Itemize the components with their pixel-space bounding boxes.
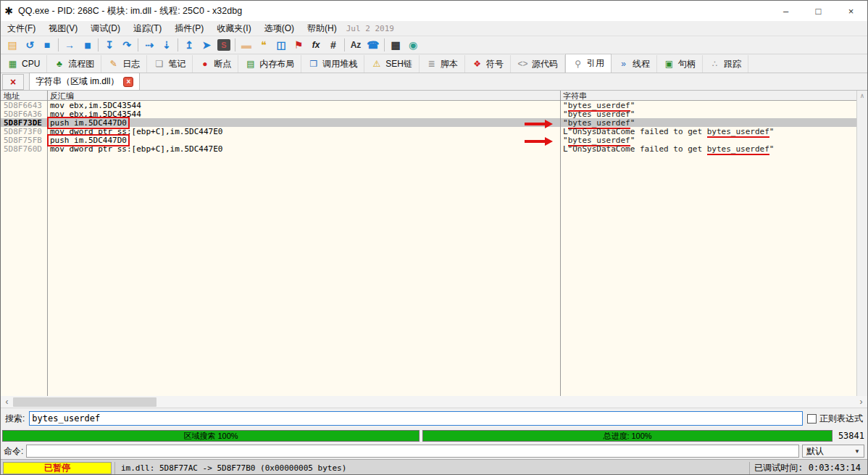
table-row[interactable]: 5D8F6A36 mov ebx,im.5DC43544 "bytes_user…: [1, 110, 867, 118]
calculator-icon[interactable]: ▦: [387, 38, 404, 52]
stop-icon[interactable]: ■: [38, 38, 56, 52]
symbols-icon: ❖: [472, 59, 483, 69]
device-report-icon[interactable]: ☎: [364, 38, 382, 52]
tab-references[interactable]: ⚲引用: [565, 54, 612, 73]
reference-tab-label: 字符串（区域 im.dll）: [36, 75, 119, 88]
column-header-address[interactable]: 地址: [1, 91, 47, 100]
tab-seh[interactable]: ⚠SEH链: [364, 55, 420, 73]
restart-icon[interactable]: ↺: [21, 38, 38, 52]
menu-view[interactable]: 视图(V): [42, 21, 84, 36]
vertical-scrollbar[interactable]: ∧: [856, 91, 867, 396]
tab-source[interactable]: <>源代码: [511, 55, 565, 73]
patches-icon[interactable]: ▬: [238, 38, 255, 52]
tab-breakpoints[interactable]: ●断点: [193, 55, 238, 73]
comments-icon[interactable]: ❝: [255, 38, 272, 52]
minimize-button[interactable]: –: [769, 1, 802, 21]
close-button[interactable]: ×: [835, 1, 867, 21]
command-label: 命令:: [4, 445, 23, 458]
pause-icon[interactable]: ▮▮: [78, 38, 96, 52]
tab-label: 符号: [486, 58, 504, 70]
tab-label: 源代码: [532, 58, 558, 70]
column-header-disassembly[interactable]: 反汇编: [47, 91, 560, 100]
tab-label: 日志: [122, 58, 140, 70]
command-input[interactable]: [26, 445, 799, 458]
threads-icon: »: [618, 59, 629, 69]
run-to-user-code-icon[interactable]: ➤: [198, 38, 215, 52]
command-row: 命令: 默认 ▼: [1, 443, 867, 459]
total-progress-label: 总进度: 100%: [603, 431, 651, 442]
maximize-button[interactable]: □: [802, 1, 835, 21]
regex-option[interactable]: 正则表达式: [807, 413, 863, 425]
step-over-icon[interactable]: ↷: [118, 38, 135, 52]
table-row-selected[interactable]: 5D8F73DE push im.5DC447D0 "bytes_userdef…: [1, 118, 867, 127]
row-address: 5D8F760D: [1, 144, 47, 154]
tab-memory-map[interactable]: ▤内存布局: [238, 55, 301, 73]
table-row[interactable]: 5D8F760D mov dword ptr ss:[ebp+C],im.5DC…: [1, 144, 867, 153]
step-into-icon[interactable]: ↧: [101, 38, 118, 52]
breakpoint-icon: ●: [199, 59, 210, 69]
open-file-icon[interactable]: ▤: [4, 38, 21, 52]
string-match: bytes_userdef: [707, 144, 769, 155]
table-row[interactable]: 5D8F6643 mov ebx,im.5DC43544 "bytes_user…: [1, 101, 867, 110]
close-all-references-button[interactable]: ×: [2, 74, 24, 90]
scrollbar-thumb[interactable]: [13, 397, 157, 407]
hash-icon[interactable]: #: [325, 38, 342, 52]
scroll-left-icon[interactable]: ‹: [1, 397, 13, 407]
tab-log[interactable]: ✎日志: [101, 55, 147, 73]
toolbar-separator: [58, 38, 59, 51]
table-row[interactable]: 5D8F73F0 mov dword ptr ss:[ebp+C],im.5DC…: [1, 127, 867, 136]
command-mode-dropdown[interactable]: 默认 ▼: [802, 445, 864, 458]
tab-handles[interactable]: ▣句柄: [657, 55, 703, 73]
search-row: 搜索: 正则表达式: [1, 408, 867, 429]
menu-help[interactable]: 帮助(H): [301, 21, 343, 36]
seh-icon: ⚠: [371, 59, 382, 69]
run-icon[interactable]: →: [61, 38, 78, 52]
labels-icon[interactable]: ◫: [272, 38, 290, 52]
tab-symbols[interactable]: ❖符号: [465, 55, 511, 73]
table-header: 地址 反汇编 字符串: [1, 91, 867, 101]
source-code-icon: <>: [517, 59, 528, 69]
column-divider[interactable]: [560, 91, 561, 396]
menu-trace[interactable]: 追踪(T): [127, 21, 168, 36]
tab-cpu[interactable]: ▦CPU: [1, 55, 47, 73]
handles-icon: ▣: [664, 59, 675, 69]
toolbar: ▤ ↺ ■ → ▮▮ ↧ ↷ ⇢ ⇣ ↥ ➤ S ▬ ❝ ◫ ⚑ fx # Az…: [1, 36, 867, 54]
tab-threads[interactable]: »线程: [612, 55, 657, 73]
seh-chain-icon[interactable]: S: [215, 38, 233, 52]
menu-favourites[interactable]: 收藏夹(I): [210, 21, 257, 36]
bookmarks-icon[interactable]: ⚑: [290, 38, 307, 52]
menu-debug[interactable]: 调试(D): [84, 21, 127, 36]
toolbar-separator: [344, 38, 345, 51]
trace-into-icon[interactable]: ⇢: [141, 38, 158, 52]
menu-file[interactable]: 文件(F): [1, 21, 42, 36]
trace-over-icon[interactable]: ⇣: [158, 38, 175, 52]
functions-icon[interactable]: fx: [307, 38, 325, 52]
table-row[interactable]: 5D8F75FB push im.5DC447D0 "bytes_userdef…: [1, 136, 867, 144]
scroll-right-icon[interactable]: ›: [855, 397, 867, 407]
tab-graph[interactable]: ♣流程图: [47, 55, 101, 73]
references-table: 地址 反汇编 字符串 5D8F6643 mov ebx,im.5DC43544 …: [1, 91, 867, 396]
tab-label: 线程: [633, 58, 650, 70]
search-input[interactable]: [29, 411, 803, 426]
tab-script[interactable]: ≣脚本: [420, 55, 465, 73]
horizontal-scrollbar[interactable]: ‹ ›: [1, 396, 867, 408]
reference-tab-strings[interactable]: 字符串（区域 im.dll） ×: [29, 73, 140, 90]
regex-checkbox[interactable]: [807, 414, 817, 424]
close-icon[interactable]: ×: [123, 77, 133, 87]
search-icon: ⚲: [572, 59, 583, 69]
step-out-icon[interactable]: ↥: [180, 38, 198, 52]
toolbar-separator: [178, 38, 178, 51]
tab-notes[interactable]: ❏笔记: [147, 55, 193, 73]
scroll-up-icon[interactable]: ∧: [860, 92, 864, 99]
tab-trace[interactable]: ∴跟踪: [703, 55, 748, 73]
search-label: 搜索:: [5, 413, 25, 425]
menu-options[interactable]: 选项(O): [258, 21, 301, 36]
tab-label: 断点: [214, 58, 231, 70]
column-header-string[interactable]: 字符串: [560, 91, 867, 100]
toolbar-separator: [384, 38, 385, 51]
globe-icon[interactable]: ◉: [404, 38, 422, 52]
tab-call-stack[interactable]: ❒调用堆栈: [301, 55, 364, 73]
command-mode-value: 默认: [806, 445, 824, 458]
menu-plugins[interactable]: 插件(P): [168, 21, 210, 36]
font-az-icon[interactable]: Az: [347, 38, 364, 52]
